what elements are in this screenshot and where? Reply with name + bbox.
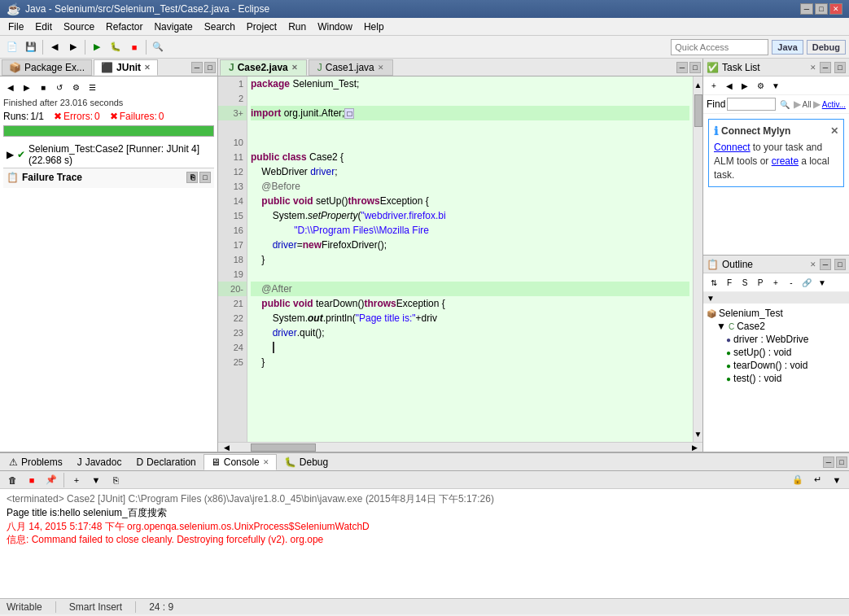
junit-next-btn[interactable]: ▶ [20,80,34,94]
console-close-icon[interactable]: ✕ [263,458,269,466]
console-copy-btn[interactable]: ⎘ [107,471,125,489]
task-prev-btn[interactable]: ◀ [722,78,737,93]
console-word-wrap-btn[interactable]: ↵ [808,471,826,489]
menu-project[interactable]: Project [242,20,282,34]
perspective-debug-btn[interactable]: Debug [807,40,846,55]
maximize-junit-btn[interactable]: □ [204,62,216,73]
console-new-btn[interactable]: + [68,471,85,489]
outline-package-item[interactable]: 📦 Selenium_Test [707,307,846,320]
mylyn-create-link[interactable]: create [772,155,799,167]
menu-navigate[interactable]: Navigate [149,20,197,34]
toolbar-forward-btn[interactable]: ▶ [64,38,82,56]
mylyn-connect-link[interactable]: Connect [714,142,751,153]
find-input[interactable] [727,98,776,111]
menu-edit[interactable]: Edit [30,20,57,34]
find-btn[interactable]: 🔍 [777,97,791,111]
close-button[interactable]: ✕ [829,3,842,15]
outline-teardown-item[interactable]: ● tearDown() : void [707,359,846,372]
maximize-button[interactable]: □ [815,3,828,15]
perspective-java-btn[interactable]: Java [772,40,803,55]
outline-collapse-btn[interactable]: - [784,275,799,290]
scroll-up-btn[interactable]: ▲ [694,76,702,93]
editor-horizontal-scrollbar[interactable]: ◀ ▶ [218,442,702,452]
task-new-btn[interactable]: + [707,78,721,93]
minimize-button[interactable]: ─ [800,3,813,15]
outline-hide-fields-btn[interactable]: F [722,275,737,290]
junit-prev-btn[interactable]: ◀ [3,80,18,94]
menu-refactor[interactable]: Refactor [101,20,147,34]
tab-junit[interactable]: ⬛ JUnit ✕ [94,59,158,76]
tab-debug-bottom[interactable]: 🐛 Debug [277,454,335,470]
editor-maximize-btn[interactable]: □ [689,62,701,73]
editor-minimize-btn[interactable]: ─ [676,62,688,73]
editor-vertical-scrollbar[interactable]: ▲ ▼ [693,76,702,442]
tab-problems[interactable]: ⚠ Problems [2,454,70,470]
outline-link-btn[interactable]: 🔗 [799,275,814,290]
task-filter-btn[interactable]: ⚙ [753,78,768,93]
outline-close-icon[interactable]: ✕ [810,260,816,269]
scroll-right-btn[interactable]: ▶ [686,443,702,452]
case2-close-icon[interactable]: ✕ [291,63,298,72]
outline-menu-btn[interactable]: ▼ [815,275,829,290]
tab-declaration[interactable]: D Declaration [129,454,203,470]
menu-run[interactable]: Run [283,20,311,34]
case1-close-icon[interactable]: ✕ [378,63,384,72]
toolbar-new-btn[interactable]: 📄 [3,38,21,56]
toolbar-debug-btn[interactable]: 🐛 [107,38,125,56]
console-menu-btn[interactable]: ▼ [828,471,846,489]
console-pin-btn[interactable]: 📌 [42,471,60,489]
mylyn-close-btn[interactable]: ✕ [830,125,838,137]
outline-sort-btn[interactable]: ⇅ [707,275,721,290]
menu-window[interactable]: Window [313,20,357,34]
console-clear-btn[interactable]: 🗑 [3,471,21,489]
toolbar-search-btn[interactable]: 🔍 [149,38,167,56]
outline-hide-nonpublic-btn[interactable]: P [753,275,768,290]
toolbar-save-btn[interactable]: 💾 [22,38,40,56]
console-scroll-lock-btn[interactable]: 🔒 [789,471,807,489]
outline-expand-btn[interactable]: + [768,275,783,290]
minimize-junit-btn[interactable]: ─ [191,62,203,73]
task-list-close-icon[interactable]: ✕ [810,63,816,72]
task-menu-btn[interactable]: ▼ [768,78,783,93]
outline-class-item[interactable]: ▼ C Case2 [707,320,846,333]
junit-close-icon[interactable]: ✕ [144,63,151,72]
bottom-maximize-btn[interactable]: □ [836,457,847,468]
all-btn[interactable]: All [803,100,812,109]
outline-setup-item[interactable]: ● setUp() : void [707,346,846,359]
outline-minimize-btn[interactable]: ─ [820,259,831,270]
tab-console[interactable]: 🖥 Console ✕ [203,454,277,470]
tab-case2[interactable]: J Case2.java ✕ [220,59,307,76]
quick-access-input[interactable] [671,39,768,55]
console-stop-btn[interactable]: ■ [23,471,41,489]
outline-maximize-btn[interactable]: □ [834,259,846,270]
menu-search[interactable]: Search [199,20,240,34]
tab-case1[interactable]: J Case1.java ✕ [309,59,393,76]
menu-source[interactable]: Source [59,20,99,34]
scroll-left-btn[interactable]: ◀ [218,443,234,452]
junit-filter-btn[interactable]: ⚙ [68,80,83,94]
scroll-thumb[interactable] [694,94,702,127]
outline-test-item[interactable]: ● test() : void [707,372,846,385]
failure-trace-copy-btn[interactable]: ⎘ [186,172,198,183]
console-select-btn[interactable]: ▼ [87,471,105,489]
task-list-minimize-btn[interactable]: ─ [820,62,831,73]
junit-layout-btn[interactable]: ☰ [85,80,99,94]
task-next-btn[interactable]: ▶ [737,78,752,93]
menu-help[interactable]: Help [359,20,389,34]
scroll-down-btn[interactable]: ▼ [694,426,702,442]
tab-javadoc[interactable]: J Javadoc [70,454,129,470]
bottom-minimize-btn[interactable]: ─ [823,457,834,468]
junit-stop-btn[interactable]: ■ [36,80,50,94]
activ-link[interactable]: Activ... [822,100,846,109]
code-content[interactable]: package Selenium_Test; import org.junit.… [247,76,693,442]
toolbar-back-btn[interactable]: ◀ [46,38,63,56]
task-list-maximize-btn[interactable]: □ [834,62,846,73]
tab-package-explorer[interactable]: 📦 Package Ex... [2,59,92,76]
outline-hide-static-btn[interactable]: S [737,275,752,290]
junit-rerun-btn[interactable]: ↺ [52,80,67,94]
toolbar-run-btn[interactable]: ▶ [88,38,106,56]
outline-collapse-bar[interactable]: ▼ [703,292,849,304]
toolbar-stop-btn[interactable]: ■ [125,38,143,56]
menu-file[interactable]: File [3,20,28,34]
code-editor[interactable]: 1 2 3+ 10 11 12 13 14 15 16 17 18 19 20-… [218,76,702,442]
